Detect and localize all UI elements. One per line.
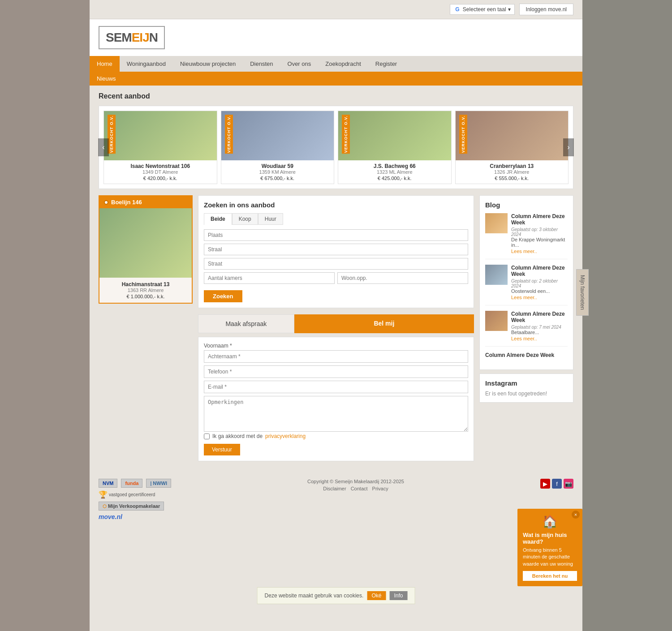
email-input[interactable] bbox=[204, 381, 468, 393]
blog-item-title-2: Column Almere Deze Week bbox=[511, 265, 568, 277]
nav-item-register[interactable]: Register bbox=[368, 56, 404, 72]
search-fields: Zoeken bbox=[204, 229, 468, 302]
facebook-icon[interactable]: f bbox=[552, 479, 562, 489]
featured-header: Boelijn 146 bbox=[99, 196, 192, 208]
search-row bbox=[204, 272, 468, 284]
disclaimer-link[interactable]: Disclaimer bbox=[323, 486, 346, 491]
property-card-2[interactable]: VERKOCHT O.V. Woudlaar 59 1359 KM Almere… bbox=[221, 111, 335, 184]
content-area: Recent aanbod ‹ VERKOCHT O.V. Isaac Newt… bbox=[90, 86, 582, 468]
nav-item-diensten[interactable]: Diensten bbox=[243, 56, 280, 72]
search-woon-input[interactable] bbox=[337, 272, 468, 284]
search-kamers-input[interactable] bbox=[204, 272, 335, 284]
search-tab-koop[interactable]: Koop bbox=[232, 213, 258, 225]
copyright: Copyright © Semeijn Makelaardij 2012-202… bbox=[307, 479, 404, 484]
widget-popup: × 🏠 Wat is mijn huis waard? Ontvang binn… bbox=[517, 509, 582, 586]
widget-desc: Ontvang binnen 5 minuten de geschatte wa… bbox=[523, 547, 577, 567]
language-selector[interactable]: G Selecteer een taal ▾ bbox=[450, 4, 515, 15]
bel-mij-button[interactable]: Bel mij bbox=[294, 314, 474, 333]
blog-text-2: Column Almere Deze Week Geplaatst op: 2 … bbox=[511, 265, 568, 300]
carousel-inner: VERKOCHT O.V. Isaac Newtonstraat 106 134… bbox=[103, 111, 569, 184]
blog-text-4: Column Almere Deze Week bbox=[485, 352, 554, 360]
blog-item-title-3: Column Almere Deze Week bbox=[511, 311, 568, 323]
instagram-icon[interactable]: 📷 bbox=[564, 479, 573, 489]
footer-links: Disclaimer Contact Privacy bbox=[323, 486, 388, 491]
featured-card[interactable]: Boelijn 146 Hachimanstraat 13 1363 RR Al… bbox=[99, 195, 193, 304]
blog-item-4: Column Almere Deze Week bbox=[485, 352, 568, 364]
blog-text-3: Column Almere Deze Week Geplaatst op: 7 … bbox=[511, 311, 568, 342]
contact-form: Voornaam * Ik ga akkoord met de privacyv… bbox=[198, 337, 474, 461]
funda-logo: funda bbox=[121, 479, 142, 488]
read-more-3[interactable]: Lees meer.. bbox=[511, 336, 537, 341]
orange-dot-icon bbox=[104, 200, 108, 205]
read-more-1[interactable]: Lees meer.. bbox=[511, 249, 537, 254]
nav-item-nieuws[interactable]: Nieuws bbox=[90, 72, 582, 86]
search-plaats-input[interactable] bbox=[204, 229, 468, 241]
opmerkingen-textarea[interactable] bbox=[204, 396, 468, 432]
property-info-1: Isaac Newtonstraat 106 1349 DT Almere € … bbox=[104, 160, 217, 184]
submit-button[interactable]: Verstuur bbox=[204, 444, 240, 455]
search-title: Zoeken in ons aanbod bbox=[204, 201, 468, 209]
login-button[interactable]: Inloggen move.nl bbox=[519, 4, 573, 15]
nav-item-woningaanbod[interactable]: Woningaanbod bbox=[120, 56, 173, 72]
footer-logos: NVM funda | NWWI bbox=[99, 479, 171, 488]
privacy-text: Ik ga akkoord met de bbox=[212, 433, 263, 439]
privacy-checkbox[interactable] bbox=[204, 434, 210, 439]
property-card-4[interactable]: VERKOCHT O.V. Cranberrylaan 13 1326 JR A… bbox=[455, 111, 569, 184]
left-sidebar bbox=[0, 0, 90, 631]
nvm-logo: NVM bbox=[99, 479, 117, 488]
house-icon: 🏠 bbox=[523, 514, 577, 529]
footer-mid: Copyright © Semeijn Makelaardij 2012-202… bbox=[307, 479, 404, 491]
contact-link[interactable]: Contact bbox=[351, 486, 368, 491]
youtube-icon[interactable]: ▶ bbox=[540, 479, 550, 489]
property-city-1: 1349 DT Almere bbox=[108, 169, 213, 175]
cookie-ok-button[interactable]: Oké bbox=[367, 591, 386, 600]
blog-thumb-2 bbox=[485, 265, 508, 285]
read-more-2[interactable]: Lees meer.. bbox=[511, 295, 537, 300]
logo-area: SEMEIJN bbox=[90, 19, 582, 56]
search-button[interactable]: Zoeken bbox=[204, 290, 242, 302]
nav-item-home[interactable]: Home bbox=[90, 56, 120, 72]
nav-item-nieuwbouw[interactable]: Nieuwbouw projecten bbox=[173, 56, 243, 72]
property-address-4: Cranberrylaan 13 bbox=[459, 163, 565, 169]
footer-logos-col: NVM funda | NWWI 🏆 vastgoed gecertificee… bbox=[99, 479, 171, 520]
carousel-wrapper: ‹ VERKOCHT O.V. Isaac Newtonstraat 106 1… bbox=[99, 106, 573, 189]
widget-bereken-button[interactable]: Bereken het nu bbox=[523, 571, 577, 581]
blog-thumb-1 bbox=[485, 213, 508, 233]
nav-item-overons[interactable]: Over ons bbox=[280, 56, 319, 72]
cookie-info-button[interactable]: Info bbox=[389, 591, 407, 600]
property-card-3[interactable]: VERKOCHT O.V. J.S. Bachweg 66 1323 ML Al… bbox=[338, 111, 452, 184]
search-straal-input[interactable] bbox=[204, 244, 468, 255]
property-address-1: Isaac Newtonstraat 106 bbox=[108, 163, 213, 169]
blog-title: Blog bbox=[485, 201, 568, 209]
search-tab-beide[interactable]: Beide bbox=[204, 213, 232, 225]
property-card-1[interactable]: VERKOCHT O.V. Isaac Newtonstraat 106 134… bbox=[103, 111, 217, 184]
property-price-2: € 675.000,- k.k. bbox=[225, 176, 331, 181]
logo-text: SEMEIJN bbox=[106, 30, 158, 44]
widget-close-button[interactable]: × bbox=[572, 511, 580, 519]
maak-afspraak-button[interactable]: Maak afspraak bbox=[198, 314, 294, 333]
search-straat-input[interactable] bbox=[204, 258, 468, 270]
mijn-favorieten-tab[interactable]: Mijn favorieten bbox=[576, 269, 589, 315]
achternaam-input[interactable] bbox=[204, 350, 468, 363]
logo-box[interactable]: SEMEIJN bbox=[99, 26, 165, 49]
featured-header-title: Boelijn 146 bbox=[111, 199, 142, 206]
blog-excerpt-1: De Krappe Woningmarkt in... bbox=[511, 237, 568, 248]
featured-image bbox=[99, 208, 192, 278]
recent-aanbod-title: Recent aanbod bbox=[99, 92, 573, 100]
top-bar: G Selecteer een taal ▾ Inloggen move.nl bbox=[90, 0, 582, 19]
nav-item-zoekopdracht[interactable]: Zoekopdracht bbox=[318, 56, 368, 72]
carousel-next-button[interactable]: › bbox=[563, 138, 574, 156]
vastgoed-logo: 🏆 vastgoed gecertificeerd bbox=[99, 490, 155, 499]
privacy-footer-link[interactable]: Privacy bbox=[372, 486, 388, 491]
property-image-4: VERKOCHT O.V. bbox=[456, 111, 569, 160]
property-image-3: VERKOCHT O.V. bbox=[338, 111, 451, 160]
telefoon-input[interactable] bbox=[204, 365, 468, 378]
search-tab-huur[interactable]: Huur bbox=[258, 213, 283, 225]
carousel-prev-button[interactable]: ‹ bbox=[98, 138, 109, 156]
google-icon: G bbox=[454, 6, 461, 13]
language-label: Selecteer een taal bbox=[463, 6, 506, 13]
privacy-link[interactable]: privacyverklaring bbox=[265, 433, 306, 439]
property-price-3: € 425.000,- k.k. bbox=[342, 176, 448, 181]
blog-item-1: Column Almere Deze Week Geplaatst op: 3 … bbox=[485, 213, 568, 259]
blog-section: Blog Column Almere Deze Week Geplaatst o… bbox=[479, 195, 573, 370]
